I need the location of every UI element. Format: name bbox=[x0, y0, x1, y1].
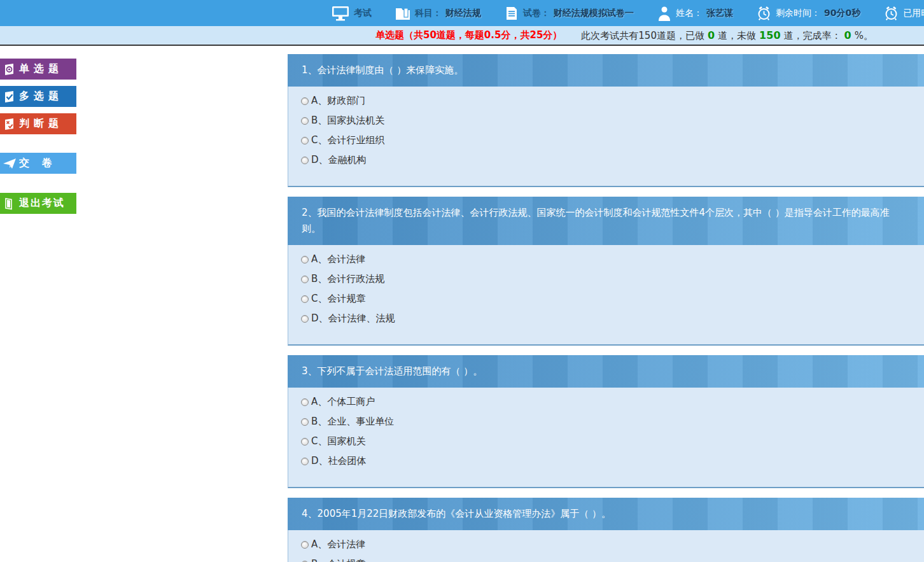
alarm-clock-icon bbox=[883, 5, 899, 22]
question-card-4: 4、2005年1月22日财政部发布的《会计从业资格管理办法》属于（ ）。 A、会… bbox=[288, 498, 924, 562]
sidebar-multi-choice-button[interactable]: 多选题 bbox=[0, 86, 76, 107]
document-icon bbox=[504, 6, 519, 21]
option-label: A、个体工商户 bbox=[311, 396, 375, 408]
paper-indicator: 试卷： 财经法规模拟试卷一 bbox=[504, 6, 634, 21]
sidebar-exit-exam-button[interactable]: 退出考试 bbox=[0, 193, 76, 214]
top-navigation-bar: 考试 科目： 财经法规 试卷： 财经法规模拟试卷一 姓名： 张艺谋 bbox=[0, 0, 924, 26]
option-label: C、会计规章 bbox=[311, 293, 365, 305]
radio-button[interactable] bbox=[301, 541, 309, 549]
stats-suffix: 道，完成率： bbox=[784, 30, 841, 41]
exit-exam-label: 退出考试 bbox=[19, 197, 65, 210]
question-card-3: 3、下列不属于会计法适用范围的有（ ）。 A、个体工商户 B、企业、事业单位 C… bbox=[288, 355, 924, 488]
subject-value: 财经法规 bbox=[445, 8, 481, 19]
question-card-2: 2、我国的会计法律制度包括会计法律、会计行政法规、国家统一的会计制度和会计规范性… bbox=[288, 197, 924, 346]
radio-button[interactable] bbox=[301, 438, 309, 446]
radio-button[interactable] bbox=[301, 398, 309, 406]
option-row[interactable]: B、国家执法机关 bbox=[301, 111, 924, 130]
multi-choice-label: 多选题 bbox=[19, 90, 63, 103]
radio-button[interactable] bbox=[301, 458, 309, 465]
radio-button[interactable] bbox=[301, 157, 309, 164]
question-1-options: A、财政部门 B、国家执法机关 C、会计行业组织 D、金融机构 bbox=[288, 87, 924, 187]
option-label: D、会计法律、法规 bbox=[311, 313, 395, 325]
option-row[interactable]: D、金融机构 bbox=[301, 150, 924, 170]
name-label: 姓名： bbox=[676, 8, 703, 19]
question-3-options: A、个体工商户 B、企业、事业单位 C、国家机关 D、社会团体 bbox=[288, 388, 924, 488]
paper-value: 财经法规模拟试卷一 bbox=[554, 8, 634, 19]
exam-label: 考试 bbox=[354, 8, 372, 19]
paper-plane-icon bbox=[0, 157, 19, 170]
option-row[interactable]: B、会计规章 bbox=[301, 554, 924, 562]
option-label: A、财政部门 bbox=[311, 95, 365, 107]
subject-label: 科目： bbox=[415, 8, 442, 19]
remaining-time-label: 剩余时间： bbox=[776, 8, 820, 19]
completion-rate: 0 bbox=[844, 29, 851, 41]
monitor-icon bbox=[331, 5, 350, 22]
option-label: B、会计规章 bbox=[311, 558, 365, 562]
remaining-time-value: 90分0秒 bbox=[824, 8, 860, 19]
alarm-clock-icon bbox=[756, 5, 772, 22]
question-card-1: 1、会计法律制度由（ ）来保障实施。 A、财政部门 B、国家执法机关 C、会计行… bbox=[288, 54, 924, 187]
option-label: B、会计行政法规 bbox=[311, 273, 384, 285]
option-row[interactable]: A、会计法律 bbox=[301, 535, 924, 554]
judge-question-label: 判断题 bbox=[19, 117, 63, 130]
submit-paper-label: 交卷 bbox=[19, 157, 65, 170]
option-label: A、会计法律 bbox=[311, 253, 365, 265]
option-label: C、会计行业组织 bbox=[311, 134, 384, 146]
option-row[interactable]: A、会计法律 bbox=[301, 249, 924, 269]
stats-end: %。 bbox=[855, 30, 873, 41]
elapsed-time-indicator: 已用时间： 0分1秒 bbox=[883, 5, 924, 22]
name-value: 张艺谋 bbox=[706, 8, 733, 19]
question-list: 1、会计法律制度由（ ）来保障实施。 A、财政部门 B、国家执法机关 C、会计行… bbox=[288, 54, 924, 562]
question-3-title: 3、下列不属于会计法适用范围的有（ ）。 bbox=[288, 355, 924, 388]
option-row[interactable]: B、会计行政法规 bbox=[301, 269, 924, 289]
option-row[interactable]: C、会计规章 bbox=[301, 289, 924, 309]
radio-button[interactable] bbox=[301, 295, 309, 303]
radio-question-icon bbox=[0, 63, 19, 76]
radio-button[interactable] bbox=[301, 97, 309, 105]
exam-stats-bar: 单选题（共50道题，每题0.5分，共25分） 此次考试共有150道题，已做0道，… bbox=[0, 26, 924, 46]
folder-icon bbox=[395, 6, 411, 21]
option-label: D、金融机构 bbox=[311, 154, 367, 166]
stats-mid: 道，未做 bbox=[718, 30, 756, 41]
true-false-question-icon bbox=[0, 118, 19, 130]
remaining-time-indicator: 剩余时间： 90分0秒 bbox=[756, 5, 860, 22]
question-2-title: 2、我国的会计法律制度包括会计法律、会计行政法规、国家统一的会计制度和会计规范性… bbox=[288, 197, 924, 245]
sidebar-submit-paper-button[interactable]: 交卷 bbox=[0, 153, 76, 174]
exit-door-icon bbox=[0, 197, 19, 210]
option-row[interactable]: A、个体工商户 bbox=[301, 392, 924, 412]
option-label: A、会计法律 bbox=[311, 538, 365, 551]
option-row[interactable]: D、社会团体 bbox=[301, 451, 924, 471]
question-2-options: A、会计法律 B、会计行政法规 C、会计规章 D、会计法律、法规 bbox=[288, 245, 924, 346]
radio-button[interactable] bbox=[301, 117, 309, 125]
section-summary: 单选题（共50道题，每题0.5分，共25分） bbox=[375, 29, 562, 41]
question-4-options: A、会计法律 B、会计规章 bbox=[288, 530, 924, 562]
person-icon bbox=[657, 5, 672, 22]
radio-button[interactable] bbox=[301, 137, 309, 144]
question-4-title: 4、2005年1月22日财政部发布的《会计从业资格管理办法》属于（ ）。 bbox=[288, 498, 924, 530]
undone-count: 150 bbox=[759, 29, 780, 41]
sidebar-single-choice-button[interactable]: 单选题 bbox=[0, 59, 76, 80]
checkmark-question-icon bbox=[0, 90, 19, 103]
option-row[interactable]: C、国家机关 bbox=[301, 432, 924, 451]
radio-button[interactable] bbox=[301, 276, 309, 283]
radio-button[interactable] bbox=[301, 256, 309, 263]
option-label: C、国家机关 bbox=[311, 435, 365, 447]
option-label: B、国家执法机关 bbox=[311, 115, 384, 127]
radio-button[interactable] bbox=[301, 315, 309, 323]
option-label: D、社会团体 bbox=[311, 455, 367, 467]
single-choice-label: 单选题 bbox=[19, 62, 63, 76]
sidebar-judge-question-button[interactable]: 判断题 bbox=[0, 113, 76, 134]
option-row[interactable]: C、会计行业组织 bbox=[301, 130, 924, 150]
option-row[interactable]: D、会计法律、法规 bbox=[301, 309, 924, 328]
elapsed-time-label: 已用时间： bbox=[903, 8, 924, 19]
option-row[interactable]: B、企业、事业单位 bbox=[301, 412, 924, 432]
option-row[interactable]: A、财政部门 bbox=[301, 91, 924, 111]
paper-label: 试卷： bbox=[523, 8, 550, 19]
option-label: B、企业、事业单位 bbox=[311, 416, 394, 428]
name-indicator: 姓名： 张艺谋 bbox=[657, 5, 733, 22]
radio-button[interactable] bbox=[301, 418, 309, 426]
exam-indicator: 考试 bbox=[331, 5, 372, 22]
stats-prefix: 此次考试共有150道题，已做 bbox=[581, 30, 704, 41]
exam-progress-text: 此次考试共有150道题，已做0道，未做150道，完成率：0%。 bbox=[581, 29, 873, 42]
question-1-title: 1、会计法律制度由（ ）来保障实施。 bbox=[288, 54, 924, 87]
